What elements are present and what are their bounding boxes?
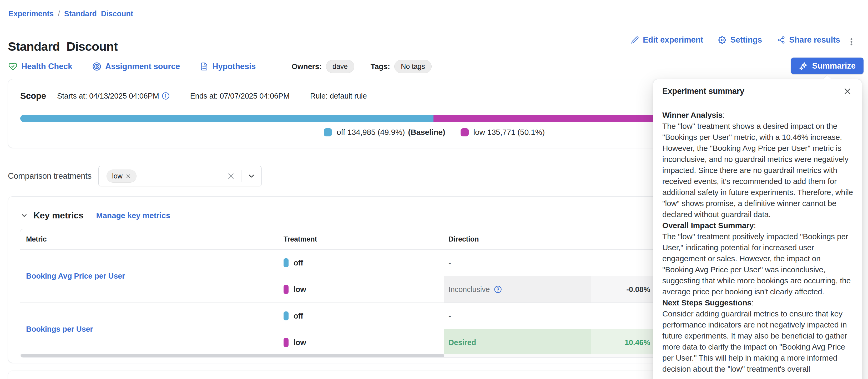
column-header-treatment: Treatment xyxy=(279,235,444,243)
summary-section-heading: Winner Analysis: xyxy=(662,110,853,120)
summary-section-heading: Overall Impact Summary: xyxy=(662,220,853,231)
owners-group: Owners: dave xyxy=(291,60,354,73)
pencil-icon xyxy=(631,36,639,44)
scope-title: Scope xyxy=(20,91,46,101)
treatment-name: low xyxy=(293,338,306,347)
direction-label: - xyxy=(448,312,451,320)
treatment-name: low xyxy=(293,285,306,294)
experiment-summary-panel: Experiment summary Winner Analysis: The … xyxy=(653,79,862,379)
summary-section-body: The "low" treatment shows a desired impa… xyxy=(662,120,853,220)
sparkles-icon xyxy=(799,62,808,70)
page-title: Standard_Discount xyxy=(8,39,118,54)
comparison-treatments-select[interactable]: low xyxy=(98,166,262,186)
direction-label: - xyxy=(448,259,451,267)
treatment-color-dot xyxy=(283,311,288,320)
health-check-label: Health Check xyxy=(21,62,72,71)
document-icon xyxy=(200,62,208,71)
scope-legend-item: low 135,771 (50.1%) xyxy=(461,128,545,137)
info-icon[interactable] xyxy=(162,92,169,100)
direction-cell: Desired xyxy=(444,329,591,356)
scope-legend-item: off 134,985 (49.9%) (Baseline) xyxy=(324,128,445,137)
summary-section-body: The "low" treatment positively impacted … xyxy=(662,231,853,297)
summary-section: Overall Impact Summary: The "low" treatm… xyxy=(662,220,853,297)
scrollbar-thumb[interactable] xyxy=(21,354,444,357)
health-check-link[interactable]: Health Check xyxy=(8,62,72,71)
treatment-chip-label: low xyxy=(112,172,123,180)
treatment-color-dot xyxy=(283,259,288,267)
metric-cell: Booking Avg Price per User xyxy=(20,250,279,303)
owners-label: Owners: xyxy=(291,62,322,71)
share-icon xyxy=(777,36,785,44)
treatment-color-dot xyxy=(283,338,288,347)
legend-text: low 135,771 (50.1%) xyxy=(473,128,545,137)
legend-text: off 134,985 (49.9%) xyxy=(337,128,405,137)
tags-label: Tags: xyxy=(371,62,390,71)
breadcrumb-link-experiments[interactable]: Experiments xyxy=(8,9,54,18)
header-actions: Edit experiment Settings Share results xyxy=(631,35,840,45)
tags-group: Tags: No tags xyxy=(371,60,432,73)
tags-pill[interactable]: No tags xyxy=(394,60,432,73)
scope-ends-at: Ends at: 07/07/2025 04:06PM xyxy=(190,92,289,100)
close-icon[interactable] xyxy=(842,86,853,97)
treatment-chip[interactable]: low xyxy=(106,170,136,183)
heart-check-icon xyxy=(8,62,18,71)
summary-section-body: Consider adding guardrail metrics to ens… xyxy=(662,308,853,375)
owner-pill[interactable]: dave xyxy=(326,60,354,73)
scope-starts-at: Starts at: 04/13/2025 04:06PM xyxy=(57,92,169,100)
treatment-color-swatch xyxy=(461,128,469,136)
breadcrumb: Experiments / Standard_Discount xyxy=(8,9,133,18)
summary-section: Winner Analysis: The "low" treatment sho… xyxy=(662,110,853,220)
summary-panel-body: Winner Analysis: The "low" treatment sho… xyxy=(653,103,862,375)
assignment-source-link[interactable]: Assignment source xyxy=(92,62,180,71)
column-header-metric: Metric xyxy=(20,235,279,243)
key-metrics-title: Key metrics xyxy=(33,210,84,220)
legend-baseline-tag: (Baseline) xyxy=(408,128,445,137)
summary-section: Next Steps Suggestions: Consider adding … xyxy=(662,297,853,375)
assignment-source-label: Assignment source xyxy=(105,62,180,71)
share-results-button[interactable]: Share results xyxy=(777,35,840,45)
summarize-label: Summarize xyxy=(812,61,856,71)
manage-key-metrics-link[interactable]: Manage key metrics xyxy=(96,211,170,220)
treatment-cell: off xyxy=(279,250,444,276)
direction-cell: Inconclusive xyxy=(444,276,591,303)
allocation-segment-off xyxy=(20,115,433,122)
summary-panel-title: Experiment summary xyxy=(662,87,744,96)
edit-experiment-button[interactable]: Edit experiment xyxy=(631,35,703,45)
breadcrumb-link-current[interactable]: Standard_Discount xyxy=(64,9,133,18)
hypothesis-label: Hypothesis xyxy=(212,62,256,71)
direction-cell: - xyxy=(444,250,591,276)
chip-remove-icon[interactable] xyxy=(126,173,131,179)
summary-section-heading: Next Steps Suggestions: xyxy=(662,297,853,308)
metric-link[interactable]: Booking Avg Price per User xyxy=(26,272,125,280)
settings-button[interactable]: Settings xyxy=(718,35,762,45)
kebab-icon xyxy=(847,37,856,46)
treatment-color-swatch xyxy=(324,128,332,136)
settings-label: Settings xyxy=(730,35,762,45)
treatment-cell: low xyxy=(279,329,444,356)
treatment-name: off xyxy=(293,259,303,267)
experiment-toolbar: Health Check Assignment source Hypothesi… xyxy=(8,59,432,74)
select-clear-icon[interactable] xyxy=(221,172,241,180)
direction-label: Desired xyxy=(448,338,476,347)
more-options-button[interactable] xyxy=(845,36,858,48)
treatment-cell: off xyxy=(279,303,444,329)
target-icon xyxy=(92,62,101,71)
hypothesis-link[interactable]: Hypothesis xyxy=(200,62,256,71)
edit-experiment-label: Edit experiment xyxy=(643,35,703,45)
chevron-down-icon[interactable] xyxy=(242,172,261,180)
column-header-direction: Direction xyxy=(444,235,591,243)
direction-label: Inconclusive xyxy=(448,285,490,294)
treatment-cell: low xyxy=(279,276,444,303)
treatment-color-dot xyxy=(283,285,288,294)
metric-link[interactable]: Bookings per User xyxy=(26,325,93,334)
help-icon[interactable] xyxy=(494,285,502,293)
scope-rule: Rule: default rule xyxy=(310,92,367,100)
direction-cell: - xyxy=(444,303,591,329)
treatment-name: off xyxy=(293,312,303,320)
comparison-treatments-label: Comparison treatments xyxy=(8,171,92,181)
breadcrumb-separator: / xyxy=(58,9,60,18)
summarize-button[interactable]: Summarize xyxy=(791,58,864,74)
metric-cell: Bookings per User xyxy=(20,303,279,356)
collapse-chevron-icon[interactable] xyxy=(20,212,28,219)
share-results-label: Share results xyxy=(789,35,840,45)
